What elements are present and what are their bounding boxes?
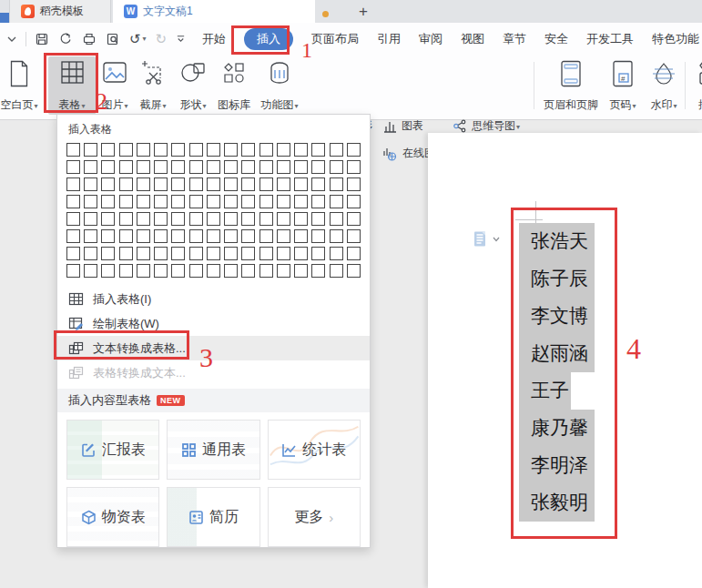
grid-cell[interactable]	[101, 195, 115, 208]
grid-cell[interactable]	[277, 177, 290, 191]
grid-cell[interactable]	[241, 160, 255, 174]
grid-cell[interactable]	[137, 247, 150, 260]
grid-cell[interactable]	[171, 264, 185, 278]
print-preview-icon[interactable]	[101, 27, 125, 51]
grid-cell[interactable]	[277, 143, 290, 157]
grid-cell[interactable]	[311, 247, 325, 260]
grid-cell[interactable]	[101, 264, 115, 278]
card-general-table[interactable]: 通用表	[167, 420, 259, 480]
grid-cell[interactable]	[171, 212, 185, 226]
grid-cell[interactable]	[84, 247, 97, 260]
card-resume[interactable]: 简历	[167, 487, 259, 547]
grid-cell[interactable]	[171, 247, 185, 260]
ribbon-tab-start[interactable]: 开始	[202, 28, 226, 50]
grid-cell[interactable]	[84, 177, 97, 191]
grid-cell[interactable]	[259, 229, 273, 243]
grid-cell[interactable]	[171, 229, 185, 243]
table-button[interactable]: 表格▾	[48, 56, 96, 115]
grid-cell[interactable]	[347, 264, 361, 278]
grid-cell[interactable]	[330, 264, 343, 278]
ribbon-tab-view[interactable]: 视图	[461, 28, 484, 50]
grid-cell[interactable]	[241, 143, 255, 157]
grid-cell[interactable]	[330, 160, 343, 174]
grid-cell[interactable]	[119, 143, 133, 157]
save-icon[interactable]	[30, 27, 54, 51]
grid-cell[interactable]	[347, 195, 361, 208]
grid-cell[interactable]	[207, 247, 220, 260]
grid-cell[interactable]	[347, 247, 361, 260]
ribbon-tab-special-features[interactable]: 特色功能	[652, 28, 699, 50]
function-chart-button[interactable]: 功能图▾	[256, 56, 303, 115]
menu-item-insert-table[interactable]: 插入表格(I)	[57, 287, 370, 311]
grid-cell[interactable]	[259, 195, 273, 208]
grid-cell[interactable]	[311, 264, 325, 278]
grid-cell[interactable]	[189, 195, 203, 208]
grid-cell[interactable]	[259, 264, 273, 278]
grid-cell[interactable]	[154, 212, 168, 226]
ribbon-tab-page-layout[interactable]: 页面布局	[311, 28, 359, 50]
card-statistics-table[interactable]: 统计表	[268, 420, 361, 480]
grid-cell[interactable]	[294, 229, 308, 243]
ribbon-tab-insert[interactable]: 插入	[244, 28, 293, 50]
grid-cell[interactable]	[224, 195, 238, 208]
grid-cell[interactable]	[259, 160, 273, 174]
grid-cell[interactable]	[311, 212, 325, 226]
grid-cell[interactable]	[154, 247, 168, 260]
grid-cell[interactable]	[330, 177, 343, 191]
grid-cell[interactable]	[294, 160, 308, 174]
grid-cell[interactable]	[137, 177, 150, 191]
grid-cell[interactable]	[66, 247, 80, 260]
shapes-button[interactable]: 形状▾	[174, 56, 212, 115]
collapse-toolbar-icon[interactable]	[2, 27, 22, 51]
grid-cell[interactable]	[101, 160, 115, 174]
grid-cell[interactable]	[241, 229, 255, 243]
grid-cell[interactable]	[294, 143, 308, 157]
grid-cell[interactable]	[171, 160, 185, 174]
grid-cell[interactable]	[347, 160, 361, 174]
grid-cell[interactable]	[330, 143, 343, 157]
name-line[interactable]: 赵雨涵	[519, 335, 595, 372]
grid-cell[interactable]	[137, 195, 150, 208]
name-line[interactable]: 李明泽	[519, 447, 595, 484]
grid-cell[interactable]	[294, 212, 308, 226]
grid-cell[interactable]	[347, 229, 361, 243]
ribbon-tab-section[interactable]: 章节	[503, 28, 526, 50]
grid-cell[interactable]	[224, 247, 238, 260]
grid-cell[interactable]	[119, 160, 133, 174]
grid-cell[interactable]	[294, 177, 308, 191]
picture-button[interactable]: 图片▾	[96, 56, 134, 115]
grid-cell[interactable]	[259, 247, 273, 260]
grid-cell[interactable]	[171, 195, 185, 208]
grid-cell[interactable]	[154, 195, 168, 208]
grid-cell[interactable]	[84, 212, 97, 226]
grid-cell[interactable]	[171, 143, 185, 157]
grid-cell[interactable]	[189, 143, 203, 157]
grid-cell[interactable]	[66, 264, 80, 278]
grid-cell[interactable]	[101, 247, 115, 260]
menu-item-text-to-table[interactable]: 文本转换成表格...	[57, 336, 370, 360]
grid-cell[interactable]	[277, 247, 290, 260]
grid-cell[interactable]	[311, 195, 325, 208]
grid-cell[interactable]	[189, 160, 203, 174]
ribbon-tab-references[interactable]: 引用	[377, 28, 401, 50]
grid-cell[interactable]	[101, 229, 115, 243]
new-tab-button[interactable]: +	[353, 1, 373, 23]
grid-cell[interactable]	[66, 143, 80, 157]
name-line[interactable]: 陈子辰	[519, 260, 595, 298]
grid-cell[interactable]	[84, 160, 97, 174]
screenshot-button[interactable]: 截屏▾	[132, 56, 174, 115]
page-number-button[interactable]: # 页码▾	[603, 56, 643, 115]
grid-cell[interactable]	[101, 212, 115, 226]
name-line[interactable]: 王子	[519, 372, 571, 410]
grid-cell[interactable]	[119, 195, 133, 208]
grid-cell[interactable]	[189, 264, 203, 278]
card-more[interactable]: 更多 ›	[268, 487, 361, 547]
grid-cell[interactable]	[347, 212, 361, 226]
grid-cell[interactable]	[330, 229, 343, 243]
grid-cell[interactable]	[66, 160, 80, 174]
grid-cell[interactable]	[224, 177, 238, 191]
card-report-table[interactable]: 汇报表	[66, 420, 159, 480]
grid-cell[interactable]	[207, 177, 220, 191]
print-icon[interactable]	[77, 27, 101, 51]
selected-name-list[interactable]: 张浩天陈子辰李文博赵雨涵王子康乃馨李明泽张毅明	[519, 223, 595, 522]
